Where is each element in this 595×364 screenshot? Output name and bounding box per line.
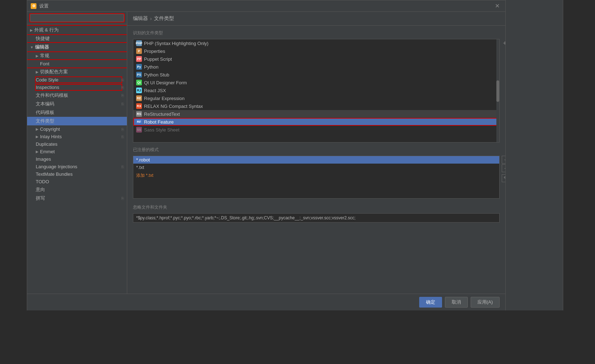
- add-file-type-button[interactable]: +: [501, 39, 505, 48]
- ide-background: [0, 0, 27, 364]
- sidebar-label-code-templates: 代码模板: [36, 109, 54, 116]
- sidebar-item-textmate[interactable]: TextMate Bundles: [27, 170, 127, 178]
- file-type-robot[interactable]: RF Robot Feature: [133, 118, 499, 126]
- file-type-python-stub[interactable]: PS Python Stub: [133, 71, 499, 79]
- sidebar-item-code-style[interactable]: Code Style ⎘: [27, 76, 127, 84]
- arrow-icon: ▶: [30, 28, 33, 32]
- sidebar-label-lang-injections: Language Injections: [36, 164, 77, 169]
- file-type-python-stub-label: Python Stub: [144, 72, 169, 78]
- file-type-php[interactable]: PHP PHP (Syntax Highlighting Only): [133, 39, 499, 47]
- sidebar-item-intention[interactable]: 意向: [27, 185, 127, 194]
- sidebar-label-text-encoding: 文本编码: [36, 101, 54, 107]
- sidebar-label-shortcuts: 快捷键: [36, 35, 50, 42]
- python-icon: Py: [136, 64, 142, 70]
- file-type-puppet-label: Puppet Script: [144, 56, 172, 62]
- ignore-input[interactable]: [133, 213, 500, 223]
- file-type-relax[interactable]: RX RELAX NG Compact Syntax: [133, 102, 499, 110]
- sidebar-label-inspections: Inspections: [36, 85, 59, 90]
- properties-icon: P: [136, 48, 142, 54]
- sidebar-item-copyright[interactable]: ▶ Copyright ⎘: [27, 125, 127, 133]
- file-types-container: PHP PHP (Syntax Highlighting Only) P Pro…: [133, 39, 500, 143]
- sidebar-item-general[interactable]: ▶ 常规: [27, 51, 127, 60]
- general-arrow-icon: ▶: [36, 54, 39, 58]
- add-pattern-button[interactable]: +: [502, 156, 505, 164]
- robot-icon: RF: [136, 119, 142, 125]
- pattern-hint: 添加 *.txt: [133, 171, 499, 180]
- file-type-react-jsx-label: React JSX: [144, 88, 166, 93]
- dialog-title: 设置: [39, 3, 49, 9]
- content-area: 编辑器 › 文件类型 识别的文件类型 PHP PHP (Syntax Highl…: [127, 12, 505, 294]
- breadcrumb-sep: ›: [150, 16, 152, 21]
- qt-icon: Qt: [136, 80, 142, 85]
- sidebar-item-color-scheme[interactable]: ▶ 切换配色方案: [27, 68, 127, 76]
- file-list-scrollbar[interactable]: [496, 39, 499, 142]
- apply-button[interactable]: 应用(A): [471, 297, 500, 308]
- sidebar-item-spelling[interactable]: 拼写 ⎘: [27, 194, 127, 203]
- copy-icon-copyright: ⎘: [122, 127, 124, 131]
- sidebar-item-code-templates[interactable]: 代码模板: [27, 108, 127, 117]
- cancel-button[interactable]: 取消: [445, 297, 468, 308]
- breadcrumb: 编辑器 › 文件类型: [127, 12, 505, 26]
- sidebar-item-duplicates[interactable]: Duplicates: [27, 140, 127, 148]
- sidebar-label-code-style: Code Style: [36, 77, 59, 83]
- python-stub-icon: PS: [136, 72, 142, 78]
- sidebar-item-images[interactable]: Images: [27, 155, 127, 163]
- copy-icon-code-style: ⎘: [122, 78, 124, 82]
- content-body: 识别的文件类型 PHP PHP (Syntax Highlighting Onl…: [127, 26, 505, 294]
- file-type-regex[interactable]: RE Regular Expression: [133, 94, 499, 102]
- file-type-regex-label: Regular Expression: [144, 96, 184, 101]
- sidebar-label-file-code-templates: 文件和代码模板: [36, 92, 68, 99]
- file-type-sass[interactable]: SS Sass Style Sheet: [133, 126, 499, 134]
- sidebar-item-shortcuts[interactable]: 快捷键: [27, 34, 127, 43]
- ok-button[interactable]: 确定: [419, 297, 442, 308]
- file-type-react-jsx[interactable]: RJ React JSX: [133, 86, 499, 94]
- copyright-arrow-icon: ▶: [36, 127, 39, 131]
- sidebar-item-file-types[interactable]: 文件类型: [27, 117, 127, 125]
- status-bar: [0, 310, 595, 364]
- search-input[interactable]: [30, 14, 124, 22]
- sidebar-item-lang-injections[interactable]: Language Injections ⎘: [27, 163, 127, 170]
- sidebar-label-inlay-hints: Inlay Hints: [40, 134, 62, 139]
- remove-pattern-button[interactable]: −: [502, 164, 505, 172]
- patterns-list[interactable]: *.robot *.txt 添加 *.txt: [133, 156, 500, 199]
- sidebar-item-inlay-hints[interactable]: ▶ Inlay Hints ⎘: [27, 133, 127, 140]
- react-icon: RJ: [136, 88, 142, 93]
- tree-area: ▶ 外观 & 行为 快捷键 ▼ 编辑器 ▶ 常规: [27, 24, 127, 294]
- pattern-txt[interactable]: *.txt: [133, 164, 499, 171]
- copy-icon-file-code: ⎘: [122, 93, 124, 98]
- sidebar-label-copyright: Copyright: [40, 126, 60, 132]
- ignore-label: 忽略文件和文件夹: [133, 204, 500, 210]
- pattern-robot[interactable]: *.robot: [133, 156, 499, 164]
- dialog-body: ▶ 外观 & 行为 快捷键 ▼ 编辑器 ▶ 常规: [27, 12, 505, 294]
- settings-sidebar: ▶ 外观 & 行为 快捷键 ▼ 编辑器 ▶ 常规: [27, 12, 127, 294]
- sass-icon: SS: [136, 127, 142, 133]
- sidebar-item-text-encoding[interactable]: 文本编码 ⎘: [27, 100, 127, 108]
- file-type-qt[interactable]: Qt Qt UI Designer Form: [133, 79, 499, 86]
- inlay-arrow-icon: ▶: [36, 135, 39, 139]
- regex-icon: RE: [136, 95, 142, 101]
- sidebar-label-textmate: TextMate Bundles: [36, 171, 73, 177]
- sidebar-item-appearance[interactable]: ▶ 外观 & 行为: [27, 26, 127, 34]
- file-type-properties-label: Properties: [144, 49, 165, 54]
- edit-pattern-button[interactable]: ✎: [502, 174, 505, 182]
- sidebar-item-todo[interactable]: TODO: [27, 178, 127, 185]
- close-button[interactable]: ✕: [493, 2, 502, 10]
- sidebar-item-font[interactable]: Font: [27, 60, 127, 68]
- file-type-restructured[interactable]: RS ReStructuredText: [133, 110, 499, 118]
- sidebar-label-general: 常规: [40, 53, 49, 59]
- sidebar-item-file-code-templates[interactable]: 文件和代码模板 ⎘: [27, 91, 127, 100]
- title-bar: ⚙ 设置 ✕: [27, 0, 505, 12]
- sidebar-label-editor: 编辑器: [35, 44, 49, 50]
- patterns-container: *.robot *.txt 添加 *.txt + − ✎: [133, 156, 500, 199]
- sidebar-item-emmet[interactable]: ▶ Emmet: [27, 148, 127, 155]
- sidebar-item-editor[interactable]: ▼ 编辑器: [27, 43, 127, 51]
- sidebar-item-inspections[interactable]: Inspections ⎘: [27, 84, 127, 91]
- file-type-puppet[interactable]: PP Puppet Script: [133, 55, 499, 63]
- sidebar-label-images: Images: [36, 156, 51, 162]
- sidebar-label-appearance: 外观 & 行为: [34, 27, 59, 33]
- file-type-python[interactable]: Py Python: [133, 63, 499, 71]
- file-type-list[interactable]: PHP PHP (Syntax Highlighting Only) P Pro…: [133, 39, 500, 143]
- dialog-footer: 确定 取消 应用(A): [27, 294, 505, 310]
- file-type-properties[interactable]: P Properties: [133, 47, 499, 55]
- emmet-arrow-icon: ▶: [36, 150, 39, 154]
